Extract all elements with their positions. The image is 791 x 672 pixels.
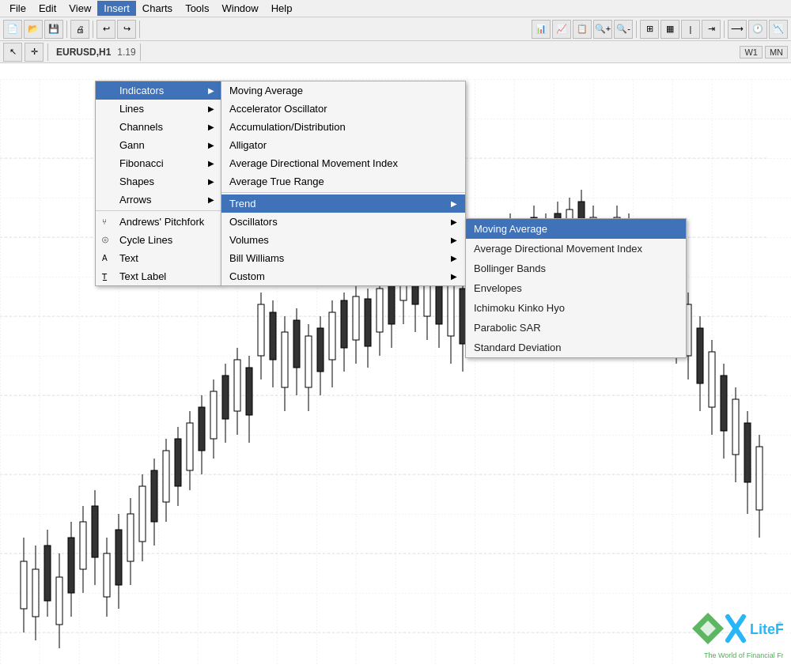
svg-rect-63: [341, 300, 347, 348]
svg-rect-45: [234, 360, 240, 411]
svg-rect-53: [282, 332, 288, 387]
menu-edit[interactable]: Edit: [32, 1, 62, 16]
auto-scroll-btn[interactable]: ⟶: [728, 20, 747, 39]
svg-rect-133: [756, 447, 763, 510]
svg-rect-51: [270, 312, 276, 360]
liteforex-logo: LiteForex The World of Financial Freedom…: [688, 609, 783, 664]
svg-rect-43: [222, 376, 229, 419]
new-btn[interactable]: 📄: [3, 20, 22, 39]
svg-rect-49: [258, 304, 264, 356]
svg-rect-11: [32, 569, 39, 617]
svg-rect-111: [626, 225, 632, 277]
svg-rect-79: [436, 273, 442, 324]
svg-rect-105: [590, 217, 596, 261]
svg-rect-119: [673, 289, 679, 340]
svg-rect-57: [305, 336, 312, 387]
svg-rect-101: [566, 210, 573, 253]
svg-rect-33: [163, 451, 169, 502]
print-btn[interactable]: 🖨: [70, 20, 89, 39]
svg-rect-35: [175, 439, 181, 486]
undo-btn[interactable]: ↩: [97, 20, 115, 39]
svg-rect-21: [92, 506, 98, 557]
timeframe-toolbar: ↖ ✛ EURUSD,H1 1.19 W1 MN: [0, 41, 791, 63]
svg-rect-67: [365, 299, 371, 346]
svg-rect-29: [139, 486, 146, 542]
svg-rect-83: [460, 289, 466, 344]
sep5: [724, 21, 725, 38]
svg-rect-107: [602, 233, 608, 277]
menu-tools[interactable]: Tools: [179, 1, 215, 16]
svg-rect-121: [685, 304, 691, 356]
svg-rect-47: [246, 368, 252, 415]
menu-help[interactable]: Help: [265, 1, 299, 16]
zoom-in-btn[interactable]: 🔍+: [593, 20, 612, 39]
tf-mn[interactable]: MN: [765, 46, 788, 59]
symbol-label: EURUSD,H1: [52, 47, 115, 58]
svg-rect-129: [732, 399, 739, 455]
svg-rect-17: [68, 538, 74, 593]
price-label: 1.19: [117, 47, 135, 58]
svg-rect-39: [199, 407, 205, 451]
scroll-btn[interactable]: ⇥: [702, 20, 721, 39]
open-btn[interactable]: 📂: [24, 20, 43, 39]
svg-rect-71: [388, 281, 395, 324]
chart-svg: [0, 79, 791, 664]
svg-rect-127: [721, 376, 727, 431]
svg-rect-77: [424, 265, 430, 316]
chart-area: Indicators ▶ Lines ▶ Channels ▶ Gann ▶ F…: [0, 63, 791, 672]
svg-rect-97: [543, 225, 549, 269]
grid-btn[interactable]: ⊞: [640, 20, 659, 39]
indicator-btn[interactable]: 📈: [552, 20, 571, 39]
svg-rect-93: [519, 233, 525, 277]
main-toolbar: 📄 📂 💾 🖨 ↩ ↪ 📊 📈 📋 🔍+ 🔍- ⊞ ▦ | ⇥ ⟶ 🕐 📉: [0, 17, 791, 41]
sep1: [66, 21, 67, 38]
arrow-tool[interactable]: ↖: [3, 43, 22, 62]
clock-btn[interactable]: 🕐: [748, 20, 767, 39]
svg-rect-13: [44, 546, 51, 601]
svg-rect-95: [531, 217, 537, 261]
sep2: [93, 21, 93, 38]
svg-rect-115: [649, 257, 656, 308]
menu-file[interactable]: File: [3, 1, 32, 16]
svg-rect-31: [151, 470, 157, 522]
menu-window[interactable]: Window: [215, 1, 264, 16]
svg-rect-41: [210, 391, 217, 439]
redo-btn[interactable]: ↪: [117, 20, 136, 39]
svg-rect-75: [412, 257, 418, 304]
sep7: [140, 43, 141, 61]
svg-rect-113: [638, 249, 644, 300]
svg-text:The World of Financial Freedom: The World of Financial Freedom: [704, 651, 783, 659]
svg-rect-15: [56, 577, 62, 625]
template-btn[interactable]: 📋: [573, 20, 592, 39]
chart-mode-btn[interactable]: 📉: [769, 20, 788, 39]
chart-prop-btn[interactable]: 📊: [532, 20, 551, 39]
menu-view[interactable]: View: [62, 1, 97, 16]
svg-rect-73: [400, 249, 407, 300]
zoom-out-btn[interactable]: 🔍-: [614, 20, 633, 39]
menu-charts[interactable]: Charts: [136, 1, 179, 16]
svg-text:®: ®: [778, 621, 782, 628]
svg-rect-27: [127, 514, 134, 561]
svg-rect-9: [21, 561, 27, 609]
sep3: [139, 21, 140, 38]
svg-rect-89: [495, 241, 501, 285]
crosshair-tool[interactable]: ✛: [25, 43, 44, 62]
sep4: [636, 21, 637, 38]
svg-rect-87: [483, 249, 490, 300]
svg-rect-65: [353, 296, 359, 340]
svg-rect-103: [578, 202, 585, 245]
svg-rect-123: [697, 328, 703, 383]
svg-rect-61: [329, 312, 335, 360]
svg-rect-25: [115, 530, 122, 585]
svg-rect-19: [80, 522, 86, 569]
vol-btn[interactable]: ▦: [660, 20, 679, 39]
tf-w1[interactable]: W1: [740, 46, 763, 59]
svg-rect-99: [554, 213, 561, 257]
period-sep-btn[interactable]: |: [681, 20, 700, 39]
svg-rect-69: [377, 289, 383, 332]
menu-insert[interactable]: Insert: [97, 1, 136, 16]
svg-rect-109: [614, 217, 620, 261]
svg-rect-37: [187, 423, 193, 470]
svg-rect-131: [744, 423, 751, 482]
save-btn[interactable]: 💾: [44, 20, 63, 39]
